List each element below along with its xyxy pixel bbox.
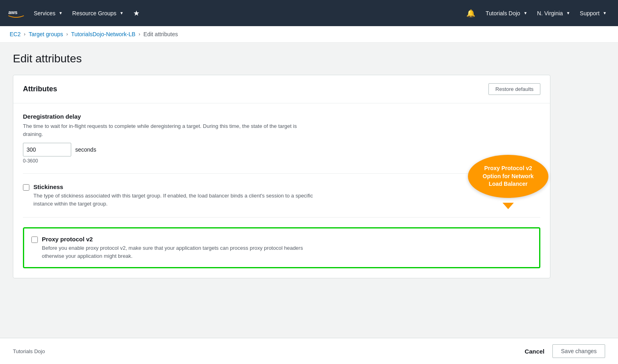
main-content: Edit attributes Attributes Restore defau… [0,43,563,288]
card-title: Attributes [23,85,57,93]
breadcrumb-sep-1: › [24,31,25,37]
deregistration-hint: 0-3600 [23,158,540,164]
breadcrumb-current: Edit attributes [144,31,178,37]
deregistration-input-row: seconds [23,143,540,156]
breadcrumb-target-groups[interactable]: Target groups [29,31,63,37]
account-menu[interactable]: Tutorials Dojo ▼ [481,0,532,26]
breadcrumb-sep-2: › [66,31,68,37]
card-header: Attributes Restore defaults [13,75,550,103]
stickiness-title: Stickiness [33,183,315,190]
proxy-protocol-checkbox[interactable] [31,236,38,243]
breadcrumb-sep-3: › [139,31,140,37]
stickiness-row: Stickiness The type of stickiness associ… [23,183,540,208]
breadcrumb-lb-name[interactable]: TutorialsDojo-Network-LB [71,31,136,37]
region-menu[interactable]: N. Virginia ▼ [532,0,575,26]
stickiness-desc: The type of stickiness associated with t… [33,192,315,208]
resource-groups-menu[interactable]: Resource Groups ▼ [68,0,129,26]
proxy-protocol-title: Proxy protocol v2 [42,236,323,243]
region-chevron-icon: ▼ [566,11,570,15]
page-title: Edit attributes [13,52,550,65]
deregistration-title: Deregistration delay [23,113,540,120]
resource-groups-chevron-icon: ▼ [119,11,124,15]
deregistration-input[interactable] [23,143,71,156]
restore-defaults-button[interactable]: Restore defaults [488,83,540,95]
deregistration-unit: seconds [75,146,96,153]
account-chevron-icon: ▼ [523,11,527,15]
svg-text:aws: aws [8,10,18,15]
notifications-button[interactable]: 🔔 [461,0,481,26]
card-body: Deregistration delay The time to wait fo… [13,103,550,278]
deregistration-desc: The time to wait for in-flight requests … [23,122,305,138]
proxy-protocol-row: Proxy protocol v2 Before you enable prox… [31,236,532,260]
support-chevron-icon: ▼ [603,11,607,15]
stickiness-section: Stickiness The type of stickiness associ… [23,183,540,218]
proxy-protocol-section: Proxy protocol v2 Before you enable prox… [23,227,540,268]
top-navigation: aws Services ▼ Resource Groups ▼ ★ 🔔 Tut… [0,0,618,26]
services-chevron-icon: ▼ [59,11,63,15]
favorites-button[interactable]: ★ [128,0,144,26]
deregistration-section: Deregistration delay The time to wait fo… [23,113,540,174]
aws-logo[interactable]: aws [6,7,26,20]
stickiness-checkbox[interactable] [23,184,29,191]
proxy-protocol-label-wrap: Proxy protocol v2 Before you enable prox… [42,236,323,260]
bell-icon: 🔔 [466,9,475,18]
proxy-protocol-desc: Before you enable proxy protocol v2, mak… [42,244,323,260]
proxy-protocol-wrapper: Proxy Protocol v2 Option for Network Loa… [23,227,540,268]
stickiness-label-wrap: Stickiness The type of stickiness associ… [33,183,315,208]
nav-right-section: 🔔 Tutorials Dojo ▼ N. Virginia ▼ Support… [461,0,612,26]
breadcrumb: EC2 › Target groups › TutorialsDojo-Netw… [0,26,618,43]
attributes-card: Attributes Restore defaults Deregistrati… [13,75,550,278]
star-icon: ★ [133,9,140,18]
breadcrumb-ec2[interactable]: EC2 [10,31,21,37]
support-menu[interactable]: Support ▼ [575,0,612,26]
speech-bubble: Proxy Protocol v2 Option for Network Loa… [468,155,548,198]
services-menu[interactable]: Services ▼ [29,0,68,26]
